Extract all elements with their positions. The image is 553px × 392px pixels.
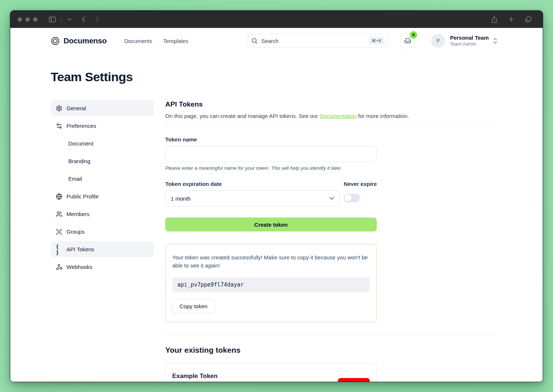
expiration-select[interactable]: 1 month: [165, 190, 340, 206]
never-expire-toggle[interactable]: [344, 194, 360, 202]
inbox-count-badge: 9: [410, 31, 417, 39]
webhook-icon: [56, 264, 62, 270]
never-expire-label: Never expire: [344, 181, 377, 187]
token-value: api_pv7ppe9fl74dayar: [172, 277, 370, 292]
minimize-window-button[interactable]: [25, 17, 30, 22]
sidebar-item-label: Branding: [68, 158, 90, 164]
nav-documents[interactable]: Documents: [124, 38, 152, 44]
share-icon[interactable]: [489, 14, 499, 25]
documentation-link[interactable]: Documentation: [319, 113, 357, 119]
token-created-card: Your token was created successfully! Mak…: [165, 244, 377, 322]
inbox-button[interactable]: 9: [400, 33, 415, 48]
sidebar-item-branding[interactable]: Branding: [51, 153, 154, 169]
copy-token-button[interactable]: Copy token: [172, 299, 215, 313]
settings-sidebar: General Preferences Document Branding: [51, 100, 154, 382]
sidebar-item-document[interactable]: Document: [51, 136, 154, 151]
browser-window: |: [10, 10, 543, 382]
delete-token-button[interactable]: Delete: [338, 378, 370, 382]
existing-token-row: Example Token Created on November 11, 20…: [165, 363, 377, 382]
main-nav: Documents Templates: [124, 38, 188, 44]
avatar: P: [431, 34, 445, 48]
divider: [165, 126, 497, 126]
close-window-button[interactable]: [18, 17, 22, 22]
brand-logo[interactable]: Documenso: [51, 36, 107, 46]
token-name-input[interactable]: [165, 146, 377, 162]
back-icon[interactable]: [78, 14, 88, 25]
browser-titlebar: |: [10, 11, 543, 28]
sidebar-item-label: General: [66, 105, 86, 111]
sidebar-item-label: Document: [68, 140, 93, 147]
documenso-rosette-icon: [51, 36, 60, 46]
sliders-icon: [56, 123, 62, 129]
sidebar-item-label: Webhooks: [66, 264, 93, 270]
sidebar-item-label: Members: [66, 211, 90, 217]
create-token-button[interactable]: Create token: [165, 217, 377, 231]
users-icon: [56, 211, 62, 217]
existing-token-name: Example Token: [172, 373, 287, 380]
sidebar-item-general[interactable]: General: [51, 100, 154, 116]
sidebar-item-groups[interactable]: Groups: [51, 224, 154, 240]
app-content: Documenso Documents Templates ⌘+K: [10, 28, 543, 382]
divider: [165, 335, 497, 335]
sidebar-item-preferences[interactable]: Preferences: [51, 118, 154, 134]
toggle-thumb: [344, 194, 352, 202]
chevron-down-icon: [329, 197, 334, 200]
globe-icon: [56, 193, 62, 200]
chevron-up-down-icon: [493, 38, 497, 44]
nav-templates[interactable]: Templates: [163, 38, 188, 44]
token-name-label: Token name: [165, 136, 377, 143]
sidebar-item-webhooks[interactable]: Webhooks: [51, 259, 154, 275]
sidebar-item-label: Public Profile: [66, 193, 99, 199]
sidebar-item-email[interactable]: Email: [51, 171, 154, 187]
traffic-lights: [18, 17, 37, 22]
search-shortcut-badge: ⌘+K: [369, 37, 385, 45]
section-title: API Tokens: [165, 100, 497, 108]
tab-overview-icon[interactable]: [523, 14, 533, 25]
token-created-message: Your token was created successfully! Mak…: [172, 253, 370, 270]
token-name-hint: Please enter a meaningful name for your …: [165, 165, 377, 171]
search-icon: [252, 38, 258, 44]
app-header: Documenso Documents Templates ⌘+K: [10, 31, 543, 51]
sidebar-item-label: Email: [68, 176, 82, 182]
expiration-label: Token expiration date: [165, 181, 340, 187]
profile-role: Team Admin: [450, 41, 489, 47]
sidebar-item-label: Groups: [66, 229, 84, 235]
profile-menu[interactable]: P Personal Team Team Admin: [431, 34, 497, 48]
braces-icon: { }: [56, 244, 62, 255]
api-tokens-panel: API Tokens On this page, you can create …: [165, 100, 497, 382]
profile-name: Personal Team: [450, 35, 489, 41]
search-input[interactable]: [261, 38, 365, 44]
section-description: On this page, you can create and manage …: [165, 113, 497, 119]
sidebar-item-api-tokens[interactable]: { } API Tokens: [51, 241, 154, 257]
existing-tokens-heading: Your existing tokens: [165, 346, 497, 355]
sidebar-item-label: API Tokens: [66, 246, 94, 252]
page-title: Team Settings: [51, 70, 497, 84]
sidebar-toggle-icon[interactable]: [47, 14, 57, 25]
tab-options-chevron-icon[interactable]: [64, 14, 75, 25]
sidebar-item-public-profile[interactable]: Public Profile: [51, 188, 154, 204]
forward-icon[interactable]: [92, 14, 102, 25]
inbox-icon: [404, 37, 411, 44]
search-bar[interactable]: ⌘+K: [247, 34, 388, 48]
new-tab-plus-icon[interactable]: [506, 14, 516, 25]
group-frame-icon: [56, 229, 62, 235]
gear-icon: [56, 105, 62, 112]
brand-name: Documenso: [64, 36, 107, 45]
expiration-selected-value: 1 month: [171, 195, 191, 202]
zoom-window-button[interactable]: [33, 17, 37, 22]
sidebar-item-members[interactable]: Members: [51, 206, 154, 222]
create-token-form: Token name Please enter a meaningful nam…: [165, 136, 377, 231]
sidebar-item-label: Preferences: [66, 123, 96, 129]
